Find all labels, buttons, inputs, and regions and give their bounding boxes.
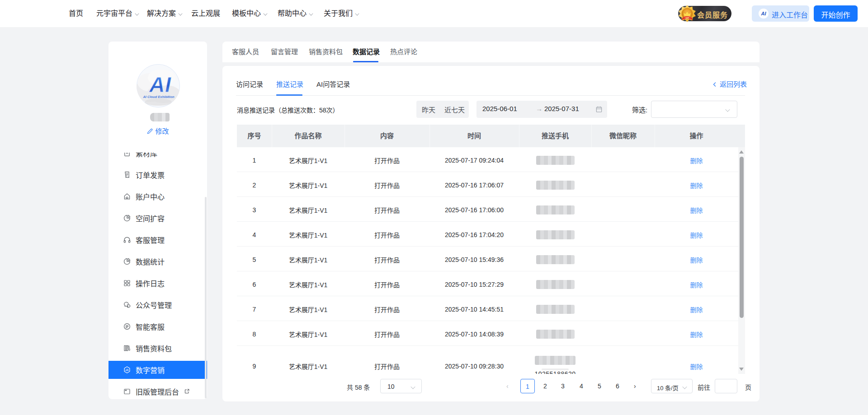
- svg-text:VIP: VIP: [685, 17, 689, 19]
- svg-text:AI: AI: [761, 11, 767, 16]
- svg-text:AI Cloud Exhibition: AI Cloud Exhibition: [142, 95, 175, 99]
- svg-text:AI: AI: [149, 73, 172, 97]
